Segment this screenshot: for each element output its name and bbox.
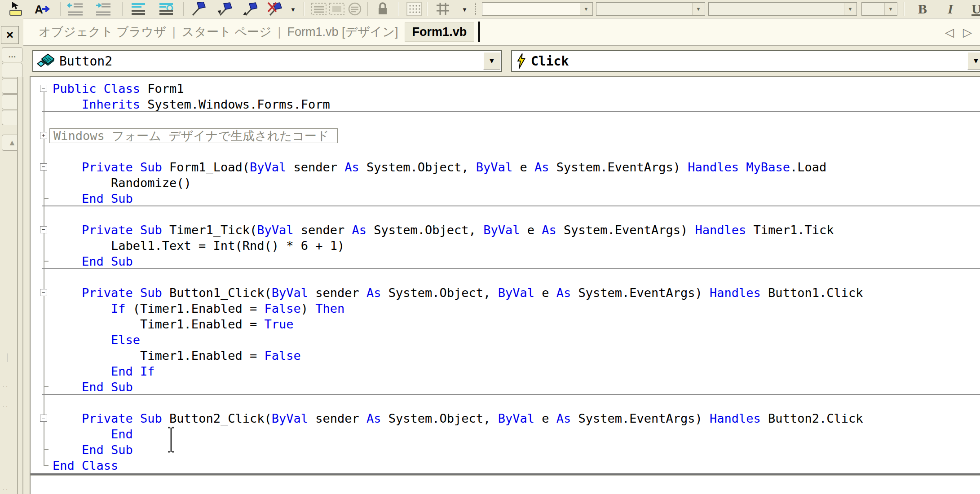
toolbar-combo-4[interactable]: ▼ [861, 2, 897, 16]
code-line[interactable]: Randomize() [31, 175, 980, 191]
code-text: Private Sub Form1_Load(ByVal sender As S… [53, 159, 826, 175]
toolbox-tab-button[interactable] [2, 63, 22, 78]
toolbar-combo-3[interactable]: ▼ [708, 2, 857, 16]
code-line[interactable] [31, 395, 980, 411]
tab-object-browser[interactable]: オブジェクト ブラウザ [32, 24, 172, 40]
word-completion-icon[interactable]: A [32, 0, 52, 18]
code-line[interactable]: End Sub [31, 191, 980, 206]
code-segment: (Timer1.Enabled = [126, 302, 265, 315]
comment-lines-icon[interactable] [128, 0, 148, 18]
code-segment: Timer1.Enabled = [53, 317, 264, 331]
fold-margin-cell [31, 254, 53, 269]
code-line[interactable] [31, 144, 980, 159]
code-line[interactable]: Public Class Form1 [31, 81, 980, 96]
snap-to-grid-icon[interactable] [433, 0, 453, 18]
code-segment: Private Sub [82, 223, 169, 237]
code-line[interactable]: End Sub [31, 254, 980, 269]
code-segment: Button2_Click( [169, 411, 272, 425]
code-line[interactable]: If (Timer1.Enabled = False) Then [31, 301, 980, 316]
tab-form1-code[interactable]: Form1.vb [405, 22, 475, 42]
word-completion-glyph: A [34, 2, 50, 16]
quick-info-icon[interactable] [6, 0, 26, 18]
toolbar-grip[interactable] [475, 3, 478, 15]
italic-button[interactable]: I [938, 0, 963, 18]
bookmark-toggle-icon[interactable] [189, 0, 208, 18]
bookmark-next-icon[interactable] [240, 0, 260, 18]
toolbar-combo-2[interactable]: ▼ [596, 2, 705, 16]
underline-button[interactable]: U [964, 0, 980, 18]
toolbar-separator [398, 2, 399, 16]
code-segment: Inherits [82, 97, 140, 111]
code-segment [53, 443, 82, 457]
code-segment: Button1.Click [761, 286, 863, 300]
grid-dots-icon[interactable] [404, 0, 424, 18]
code-segment: Label1.Text = Int(Rnd() * 6 + 1) [53, 239, 344, 253]
chevron-down-icon[interactable]: ▼ [483, 52, 500, 70]
code-line[interactable] [31, 112, 980, 128]
code-line[interactable]: Private Sub Button1_Click(ByVal sender A… [31, 285, 980, 301]
panel-splitter[interactable] [17, 77, 23, 494]
comment-lines-glyph [131, 2, 146, 16]
code-text: End Sub [53, 254, 133, 269]
fold-margin-cell [31, 269, 53, 285]
svg-text:A: A [35, 3, 43, 16]
code-line[interactable]: Private Sub Form1_Load(ByVal sender As S… [31, 159, 980, 175]
lock-icon[interactable] [373, 0, 393, 18]
toolbar-separator [60, 2, 61, 16]
collapsed-region-box[interactable]: Windows フォーム デザイナで生成されたコード [49, 128, 338, 143]
code-line[interactable] [31, 206, 980, 222]
chevron-down-icon[interactable]: ▼ [692, 3, 704, 15]
code-line[interactable]: Timer1.Enabled = False [31, 348, 980, 363]
chevron-down-icon[interactable]: ▼ [844, 3, 856, 15]
object-name-combobox[interactable]: Button2 ▼ [32, 50, 502, 72]
code-line[interactable]: Private Sub Button2_Click(ByVal sender A… [31, 411, 980, 426]
toolbox-faint-mark: ·· [2, 382, 9, 390]
code-line[interactable]: End Class [31, 458, 980, 473]
event-name-combobox[interactable]: Click ▼ [511, 50, 980, 72]
toolbar-separator [122, 2, 123, 16]
code-segment: Private Sub [82, 160, 169, 174]
code-line[interactable]: Else [31, 332, 980, 348]
chevron-down-icon[interactable]: ▼ [580, 3, 592, 15]
code-segment: sender [308, 411, 366, 425]
code-text: Else [53, 332, 140, 348]
code-line[interactable]: End If [31, 363, 980, 379]
tab-form1-designer[interactable]: Form1.vb [デザイン] [281, 24, 405, 40]
code-line[interactable]: Windows フォーム デザイナで生成されたコード [31, 128, 980, 144]
code-line[interactable]: Private Sub Timer1_Tick(ByVal sender As … [31, 222, 980, 238]
tab-scroll-left-icon[interactable]: ◁ [945, 26, 954, 39]
snap-grid-dropdown-icon[interactable]: ▼ [462, 6, 468, 13]
code-line[interactable]: End Sub [31, 379, 980, 395]
decrease-indent-glyph [67, 2, 84, 16]
toolbar-combo-1[interactable]: ▼ [482, 2, 593, 16]
code-segment: Private Sub [82, 411, 169, 425]
code-segment: ByVal [498, 286, 534, 300]
uncomment-lines-icon[interactable] [156, 0, 176, 18]
chevron-down-icon[interactable]: ▼ [884, 3, 896, 15]
tab-start-page[interactable]: スタート ページ [176, 24, 278, 40]
code-line[interactable]: Label1.Text = Int(Rnd() * 6 + 1) [31, 238, 980, 254]
fold-margin-cell [31, 206, 53, 222]
toolbox-faint-mark: ·· [2, 402, 9, 411]
code-line[interactable]: Inherits System.Windows.Forms.Form [31, 96, 980, 112]
code-segment: End [111, 427, 133, 441]
bookmark-dropdown-icon[interactable]: ▼ [290, 6, 296, 13]
code-editor[interactable]: Public Class Form1 Inherits System.Windo… [30, 76, 980, 494]
bookmark-clear-icon[interactable] [265, 0, 285, 18]
tab-scroll-right-icon[interactable]: ▷ [963, 26, 972, 39]
increase-indent-icon[interactable] [93, 0, 113, 18]
fold-margin-cell [31, 222, 53, 238]
event-icon [516, 53, 526, 69]
code-segment: End If [111, 364, 155, 378]
code-line[interactable] [31, 269, 980, 285]
bookmark-previous-icon[interactable] [214, 0, 234, 18]
chevron-down-icon[interactable]: ▼ [967, 52, 980, 70]
fold-margin-cell [31, 332, 53, 348]
panel-close-button[interactable]: × [1, 26, 19, 44]
code-segment: Windows フォーム デザイナで生成されたコード [53, 129, 329, 143]
bold-button[interactable]: B [910, 0, 935, 18]
code-line[interactable]: Timer1.Enabled = True [31, 316, 980, 332]
decrease-indent-icon[interactable] [66, 0, 85, 18]
fold-margin-cell [31, 175, 53, 191]
toolbox-tab-button-ellipsis[interactable]: … [2, 47, 22, 62]
